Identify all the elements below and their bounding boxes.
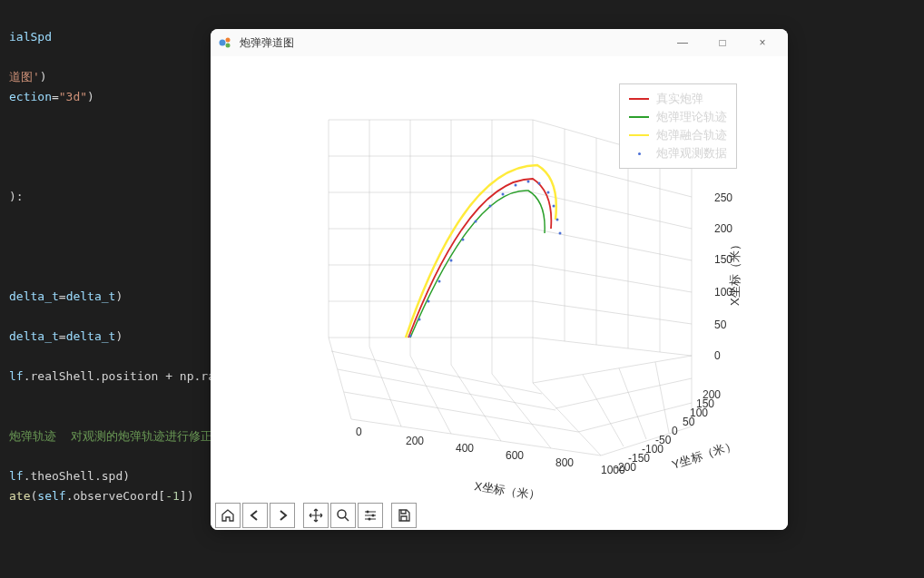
- legend-label: 炮弹融合轨迹: [656, 127, 727, 143]
- code-token: -1: [165, 489, 180, 503]
- svg-line-33: [533, 383, 601, 456]
- chart-legend: 真实炮弹 炮弹理论轨迹 炮弹融合轨迹 炮弹观测数据: [619, 83, 737, 169]
- svg-point-1: [226, 38, 231, 43]
- code-token: ):: [9, 190, 24, 203]
- save-icon: [397, 508, 411, 523]
- pan-button[interactable]: [303, 503, 329, 528]
- svg-line-19: [533, 229, 692, 260]
- svg-point-60: [556, 219, 559, 221]
- save-button[interactable]: [391, 503, 417, 528]
- zoom-button[interactable]: [330, 503, 356, 528]
- close-button[interactable]: ×: [744, 30, 781, 55]
- svg-line-35: [344, 392, 578, 432]
- svg-point-49: [438, 280, 441, 283]
- legend-color-dots: [629, 148, 649, 159]
- code-token: =: [59, 329, 66, 343]
- code-comment: 炮弹轨迹 对观测的炮弹轨迹进行修正: [9, 429, 212, 443]
- svg-line-21: [533, 301, 692, 324]
- svg-text:200: 200: [406, 435, 424, 447]
- svg-line-29: [369, 347, 401, 426]
- svg-point-59: [553, 205, 555, 208]
- svg-line-37: [331, 351, 542, 394]
- code-token: ): [115, 329, 123, 343]
- svg-line-28: [329, 338, 351, 419]
- svg-line-44: [619, 368, 646, 439]
- code-token: ection: [9, 90, 52, 103]
- code-token: .theoShell.spd): [24, 469, 130, 483]
- legend-color-red: [629, 98, 649, 100]
- code-token: =: [52, 90, 59, 103]
- svg-text:400: 400: [456, 442, 474, 455]
- forward-button[interactable]: [270, 503, 295, 528]
- code-token: ate: [9, 489, 30, 503]
- svg-text:50: 50: [714, 318, 727, 331]
- legend-color-green: [629, 116, 649, 118]
- svg-point-61: [559, 232, 562, 235]
- svg-line-32: [492, 374, 551, 448]
- trajectory-fusion: [406, 165, 556, 338]
- y-axis-label: Y坐标（米）: [670, 438, 738, 472]
- code-token: self: [37, 489, 65, 503]
- svg-line-30: [410, 356, 451, 434]
- svg-point-58: [547, 191, 550, 194]
- code-token: delta_t: [9, 329, 59, 343]
- svg-point-89: [372, 514, 375, 517]
- sliders-icon: [363, 508, 378, 523]
- code-token: +: [165, 369, 172, 383]
- code-token: ]): [180, 489, 194, 503]
- code-token: "3d": [59, 90, 87, 103]
- legend-item: 炮弹理论轨迹: [629, 109, 727, 125]
- code-token: lf: [9, 469, 24, 483]
- svg-point-57: [538, 182, 541, 185]
- minimize-button[interactable]: —: [664, 30, 701, 55]
- code-token: 道图': [9, 70, 40, 83]
- back-button[interactable]: [242, 503, 268, 528]
- svg-point-83: [338, 510, 346, 518]
- maximize-button[interactable]: □: [704, 30, 741, 55]
- svg-text:0: 0: [714, 349, 721, 362]
- svg-line-38: [533, 356, 692, 383]
- svg-text:200: 200: [714, 222, 732, 235]
- svg-line-34: [351, 419, 601, 456]
- home-button[interactable]: [215, 503, 241, 528]
- trajectory-real: [408, 179, 551, 338]
- svg-point-0: [220, 40, 226, 46]
- subplots-button[interactable]: [358, 503, 383, 528]
- trajectory-theory: [410, 191, 545, 338]
- svg-point-2: [226, 44, 231, 48]
- svg-point-52: [475, 220, 477, 223]
- svg-point-48: [428, 300, 430, 303]
- trajectory-observation: [409, 181, 562, 338]
- svg-text:200: 200: [703, 388, 721, 401]
- code-token: =: [59, 289, 66, 303]
- code-token: ialSpd: [9, 30, 52, 44]
- matplotlib-toolbar: [211, 501, 788, 530]
- home-icon: [221, 508, 235, 523]
- svg-line-45: [583, 375, 624, 446]
- svg-point-53: [489, 205, 492, 208]
- code-token: ): [87, 90, 94, 103]
- svg-line-39: [555, 378, 692, 408]
- code-token: delta_t: [66, 329, 116, 343]
- svg-point-50: [450, 260, 453, 262]
- code-token: lf: [9, 369, 24, 383]
- legend-label: 真实炮弹: [656, 91, 703, 107]
- window-titlebar[interactable]: 炮弹弹道图 — □ ×: [211, 29, 788, 56]
- svg-text:600: 600: [506, 449, 524, 462]
- code-token: delta_t: [9, 289, 59, 303]
- svg-point-54: [502, 193, 505, 196]
- legend-item: 炮弹观测数据: [629, 145, 727, 162]
- svg-text:800: 800: [555, 456, 574, 469]
- svg-text:0: 0: [672, 425, 678, 437]
- arrow-left-icon: [248, 508, 262, 523]
- code-token: delta_t: [66, 289, 116, 303]
- zoom-icon: [336, 508, 350, 523]
- window-title: 炮弹弹道图: [240, 35, 664, 51]
- svg-point-88: [367, 511, 369, 514]
- svg-text:0: 0: [356, 426, 362, 438]
- legend-label: 炮弹观测数据: [656, 145, 727, 162]
- svg-text:250: 250: [714, 191, 732, 204]
- svg-point-51: [462, 239, 465, 241]
- plot-canvas[interactable]: 真实炮弹 炮弹理论轨迹 炮弹融合轨迹 炮弹观测数据: [211, 56, 788, 501]
- code-editor[interactable]: ialSpd 道图') ection="3d") ): delta_t=delt…: [0, 0, 231, 514]
